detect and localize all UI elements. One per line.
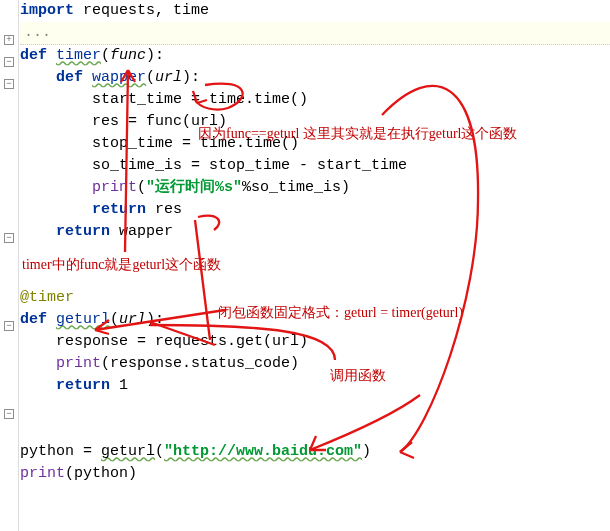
code-line: python = geturl("http://www.baidu.com") [20, 441, 610, 463]
code-editor: import requests, time ... def timer(func… [20, 0, 610, 485]
code-line: import requests, time [20, 0, 610, 22]
code-line: print("运行时间%s"%so_time_is) [20, 177, 610, 199]
fold-toggle[interactable] [4, 409, 14, 419]
code-line: response = requests.get(url) [20, 331, 610, 353]
gutter [0, 0, 19, 531]
code-line: def wapper(url): [20, 67, 610, 89]
blank-line [20, 419, 610, 441]
annotation-func-equals-geturl: 因为func==geturl 这里其实就是在执行geturl这个函数 [198, 123, 517, 145]
code-line: print(response.status_code) [20, 353, 610, 375]
fold-toggle[interactable] [4, 57, 14, 67]
code-line: return wapper [20, 221, 610, 243]
code-line: so_time_is = stop_time - start_time [20, 155, 610, 177]
code-line: print(python) [20, 463, 610, 485]
keyword-import: import [20, 2, 74, 19]
annotation-closure-format: 闭包函数固定格式：geturl = timer(geturl) [218, 302, 463, 324]
fold-toggle[interactable] [4, 79, 14, 89]
code-line: return 1 [20, 375, 610, 397]
fold-toggle[interactable] [4, 35, 14, 45]
collapsed-region[interactable]: ... [20, 22, 610, 45]
code-line: start_time = time.time() [20, 89, 610, 111]
annotation-call-function: 调用函数 [330, 365, 386, 387]
code-line: return res [20, 199, 610, 221]
fold-toggle[interactable] [4, 233, 14, 243]
fold-toggle[interactable] [4, 321, 14, 331]
code-line: def timer(func): [20, 45, 610, 67]
blank-line [20, 397, 610, 419]
annotation-timer-func-is-geturl: timer中的func就是geturl这个函数 [22, 254, 221, 276]
